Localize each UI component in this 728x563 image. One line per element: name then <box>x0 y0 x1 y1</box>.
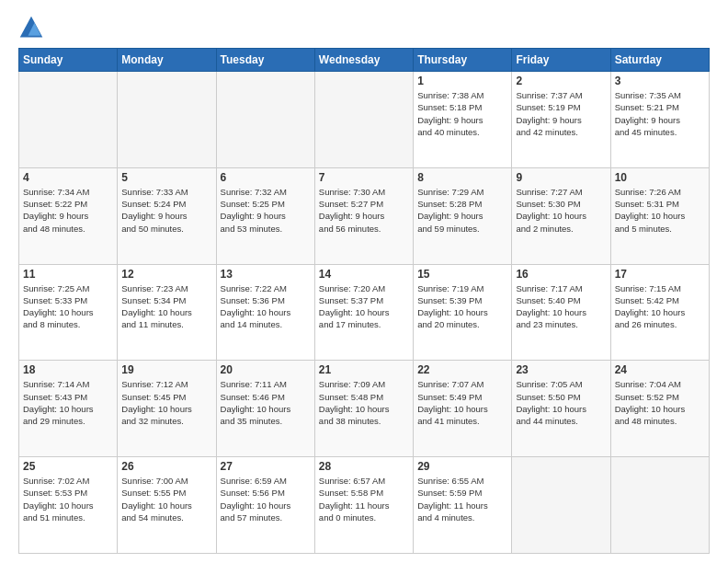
day-info: Sunrise: 7:12 AM Sunset: 5:45 PM Dayligh… <box>121 378 211 427</box>
calendar-cell <box>610 457 709 554</box>
calendar-day-header: Monday <box>118 49 216 72</box>
day-number: 3 <box>615 75 705 87</box>
day-number: 7 <box>319 171 409 184</box>
day-number: 23 <box>516 363 606 376</box>
calendar-cell: 1Sunrise: 7:38 AM Sunset: 5:18 PM Daylig… <box>414 72 512 168</box>
calendar-cell: 18Sunrise: 7:14 AM Sunset: 5:43 PM Dayli… <box>19 361 118 457</box>
day-info: Sunrise: 6:59 AM Sunset: 5:56 PM Dayligh… <box>221 475 311 523</box>
day-info: Sunrise: 7:15 AM Sunset: 5:42 PM Dayligh… <box>615 282 705 331</box>
day-number: 20 <box>221 363 311 376</box>
calendar-cell: 6Sunrise: 7:32 AM Sunset: 5:25 PM Daylig… <box>216 167 314 264</box>
day-info: Sunrise: 7:00 AM Sunset: 5:55 PM Dayligh… <box>121 475 211 523</box>
logo <box>18 15 48 40</box>
calendar-cell: 21Sunrise: 7:09 AM Sunset: 5:48 PM Dayli… <box>314 361 413 457</box>
calendar-cell: 24Sunrise: 7:04 AM Sunset: 5:52 PM Dayli… <box>610 361 709 457</box>
calendar-cell: 11Sunrise: 7:25 AM Sunset: 5:33 PM Dayli… <box>19 264 118 361</box>
day-number: 24 <box>615 363 705 376</box>
logo-icon <box>18 15 44 40</box>
calendar-cell: 15Sunrise: 7:19 AM Sunset: 5:39 PM Dayli… <box>414 264 512 361</box>
calendar-cell: 19Sunrise: 7:12 AM Sunset: 5:45 PM Dayli… <box>118 361 216 457</box>
day-number: 21 <box>319 363 409 376</box>
day-info: Sunrise: 7:19 AM Sunset: 5:39 PM Dayligh… <box>417 282 507 331</box>
header <box>18 15 710 40</box>
day-info: Sunrise: 7:17 AM Sunset: 5:40 PM Dayligh… <box>516 282 606 331</box>
calendar-cell: 5Sunrise: 7:33 AM Sunset: 5:24 PM Daylig… <box>118 167 216 264</box>
day-number: 22 <box>417 363 507 376</box>
day-number: 27 <box>221 460 311 473</box>
calendar-cell: 28Sunrise: 6:57 AM Sunset: 5:58 PM Dayli… <box>314 457 413 554</box>
day-info: Sunrise: 7:04 AM Sunset: 5:52 PM Dayligh… <box>615 378 705 427</box>
calendar-day-header: Sunday <box>19 49 118 72</box>
day-info: Sunrise: 7:29 AM Sunset: 5:28 PM Dayligh… <box>417 186 507 235</box>
day-info: Sunrise: 7:11 AM Sunset: 5:46 PM Dayligh… <box>221 378 311 427</box>
day-number: 29 <box>417 460 507 473</box>
day-info: Sunrise: 7:22 AM Sunset: 5:36 PM Dayligh… <box>221 282 311 331</box>
day-number: 25 <box>23 460 113 473</box>
day-info: Sunrise: 7:35 AM Sunset: 5:21 PM Dayligh… <box>615 89 705 138</box>
day-info: Sunrise: 6:55 AM Sunset: 5:59 PM Dayligh… <box>417 475 507 523</box>
calendar-table: SundayMondayTuesdayWednesdayThursdayFrid… <box>18 48 710 554</box>
day-number: 14 <box>319 268 409 281</box>
day-info: Sunrise: 7:33 AM Sunset: 5:24 PM Dayligh… <box>121 186 211 235</box>
calendar-cell: 29Sunrise: 6:55 AM Sunset: 5:59 PM Dayli… <box>414 457 512 554</box>
day-number: 28 <box>319 460 409 473</box>
calendar-cell: 3Sunrise: 7:35 AM Sunset: 5:21 PM Daylig… <box>610 72 709 168</box>
calendar-cell: 9Sunrise: 7:27 AM Sunset: 5:30 PM Daylig… <box>512 167 610 264</box>
calendar-cell: 26Sunrise: 7:00 AM Sunset: 5:55 PM Dayli… <box>118 457 216 554</box>
calendar-cell <box>512 457 610 554</box>
calendar-week-row: 25Sunrise: 7:02 AM Sunset: 5:53 PM Dayli… <box>19 457 710 554</box>
day-info: Sunrise: 7:02 AM Sunset: 5:53 PM Dayligh… <box>23 475 113 523</box>
day-number: 16 <box>516 268 606 281</box>
day-number: 15 <box>417 268 507 281</box>
calendar-cell: 12Sunrise: 7:23 AM Sunset: 5:34 PM Dayli… <box>118 264 216 361</box>
day-info: Sunrise: 7:05 AM Sunset: 5:50 PM Dayligh… <box>516 378 606 427</box>
calendar-day-header: Saturday <box>610 49 709 72</box>
calendar-cell: 10Sunrise: 7:26 AM Sunset: 5:31 PM Dayli… <box>610 167 709 264</box>
day-info: Sunrise: 7:23 AM Sunset: 5:34 PM Dayligh… <box>121 282 211 331</box>
day-info: Sunrise: 7:14 AM Sunset: 5:43 PM Dayligh… <box>23 378 113 427</box>
day-number: 12 <box>121 268 211 281</box>
day-info: Sunrise: 7:27 AM Sunset: 5:30 PM Dayligh… <box>516 186 606 235</box>
calendar-cell: 4Sunrise: 7:34 AM Sunset: 5:22 PM Daylig… <box>19 167 118 264</box>
calendar-cell: 23Sunrise: 7:05 AM Sunset: 5:50 PM Dayli… <box>512 361 610 457</box>
day-info: Sunrise: 7:20 AM Sunset: 5:37 PM Dayligh… <box>319 282 409 331</box>
calendar-cell <box>216 72 314 168</box>
day-info: Sunrise: 6:57 AM Sunset: 5:58 PM Dayligh… <box>319 475 409 523</box>
calendar-day-header: Friday <box>512 49 610 72</box>
calendar-cell: 7Sunrise: 7:30 AM Sunset: 5:27 PM Daylig… <box>314 167 413 264</box>
day-number: 17 <box>615 268 705 281</box>
calendar-cell: 25Sunrise: 7:02 AM Sunset: 5:53 PM Dayli… <box>19 457 118 554</box>
calendar-cell <box>118 72 216 168</box>
calendar-cell <box>314 72 413 168</box>
day-number: 8 <box>417 171 507 184</box>
day-info: Sunrise: 7:30 AM Sunset: 5:27 PM Dayligh… <box>319 186 409 235</box>
calendar-cell: 8Sunrise: 7:29 AM Sunset: 5:28 PM Daylig… <box>414 167 512 264</box>
day-info: Sunrise: 7:34 AM Sunset: 5:22 PM Dayligh… <box>23 186 113 235</box>
calendar-cell: 17Sunrise: 7:15 AM Sunset: 5:42 PM Dayli… <box>610 264 709 361</box>
calendar-cell: 16Sunrise: 7:17 AM Sunset: 5:40 PM Dayli… <box>512 264 610 361</box>
day-info: Sunrise: 7:26 AM Sunset: 5:31 PM Dayligh… <box>615 186 705 235</box>
day-number: 19 <box>121 363 211 376</box>
calendar-cell: 13Sunrise: 7:22 AM Sunset: 5:36 PM Dayli… <box>216 264 314 361</box>
day-info: Sunrise: 7:09 AM Sunset: 5:48 PM Dayligh… <box>319 378 409 427</box>
day-info: Sunrise: 7:07 AM Sunset: 5:49 PM Dayligh… <box>417 378 507 427</box>
day-number: 10 <box>615 171 705 184</box>
day-number: 5 <box>121 171 211 184</box>
calendar-week-row: 4Sunrise: 7:34 AM Sunset: 5:22 PM Daylig… <box>19 167 710 264</box>
calendar-cell: 27Sunrise: 6:59 AM Sunset: 5:56 PM Dayli… <box>216 457 314 554</box>
day-number: 1 <box>417 75 507 87</box>
calendar-cell: 2Sunrise: 7:37 AM Sunset: 5:19 PM Daylig… <box>512 72 610 168</box>
calendar-day-header: Tuesday <box>216 49 314 72</box>
day-number: 6 <box>221 171 311 184</box>
day-number: 26 <box>121 460 211 473</box>
calendar-cell: 20Sunrise: 7:11 AM Sunset: 5:46 PM Dayli… <box>216 361 314 457</box>
calendar-cell: 14Sunrise: 7:20 AM Sunset: 5:37 PM Dayli… <box>314 264 413 361</box>
day-info: Sunrise: 7:25 AM Sunset: 5:33 PM Dayligh… <box>23 282 113 331</box>
calendar-day-header: Wednesday <box>314 49 413 72</box>
page: SundayMondayTuesdayWednesdayThursdayFrid… <box>0 0 728 563</box>
day-number: 18 <box>23 363 113 376</box>
day-info: Sunrise: 7:37 AM Sunset: 5:19 PM Dayligh… <box>516 89 606 138</box>
calendar-header-row: SundayMondayTuesdayWednesdayThursdayFrid… <box>19 49 710 72</box>
day-number: 9 <box>516 171 606 184</box>
day-number: 2 <box>516 75 606 87</box>
